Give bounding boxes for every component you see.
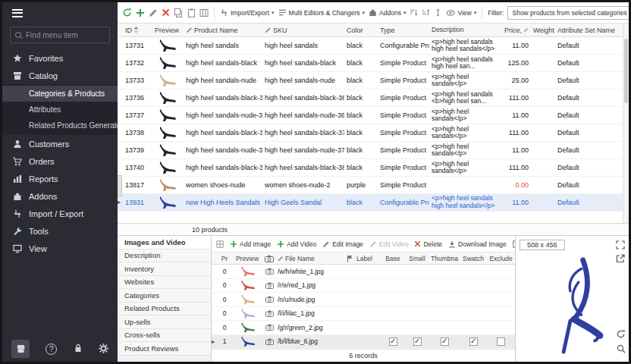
column-header-thumbnail[interactable]: Thumbna: [429, 255, 460, 262]
image-row[interactable]: 0/n/u/nude.jpg: [212, 293, 515, 307]
column-header-color[interactable]: Color: [344, 27, 378, 34]
column-header-priority[interactable]: Pr: [217, 255, 232, 262]
product-image[interactable]: [520, 253, 617, 356]
image-row[interactable]: 0/l/i/lilac_1.jpg: [212, 307, 515, 322]
image-row[interactable]: 0/r/e/red_1.jpg: [212, 279, 515, 293]
table-row[interactable]: 13817women shoes-nudewomen shoes-nude-2p…: [118, 177, 623, 194]
menu-search-input[interactable]: [26, 31, 102, 39]
id-cell: 13931: [123, 199, 150, 206]
add-product-button[interactable]: [136, 8, 145, 17]
column-header-swatch[interactable]: Swatch: [460, 255, 487, 262]
exclude-checkbox[interactable]: [497, 337, 505, 346]
lock-icon[interactable]: [74, 344, 83, 354]
add-video-button[interactable]: Add Video: [277, 240, 316, 248]
sort-descending-button[interactable]: [422, 8, 430, 17]
swatch-checkbox[interactable]: [469, 337, 478, 346]
sidebar-item-import-export[interactable]: Import / Export: [2, 205, 118, 222]
tab-up-sells[interactable]: Up-sells: [118, 315, 211, 329]
column-header-type[interactable]: Type: [378, 27, 429, 34]
column-header-price[interactable]: Price,: [502, 27, 531, 34]
refresh-button[interactable]: [122, 8, 132, 17]
sidebar-item-favorites[interactable]: Favorites: [2, 49, 118, 67]
expand-collapse-button[interactable]: [434, 8, 442, 17]
price-cell: 0.00: [502, 181, 531, 189]
table-row[interactable]: 13732high heel sandals-blackhigh heel sa…: [118, 55, 623, 72]
zoom-icon[interactable]: [617, 343, 626, 356]
tab-images-and-video[interactable]: Images and Video: [118, 236, 211, 249]
tab-related-products[interactable]: Related Products: [118, 303, 211, 316]
sidebar-item-attributes[interactable]: Attributes: [2, 102, 118, 118]
table-row[interactable]: 13733high heel sandals-nudehigh heel san…: [118, 72, 623, 89]
sidebar-item-catalog[interactable]: Catalog: [2, 67, 118, 84]
open-external-icon[interactable]: [616, 253, 625, 266]
multi-editors-menu[interactable]: Multi Editors & Changers▾: [278, 8, 366, 17]
edit-video-button[interactable]: Edit Video: [369, 240, 409, 248]
table-row[interactable]: 13739high heel sandals-nude-37high heel …: [118, 142, 623, 159]
sidebar-item-customers[interactable]: Customers: [2, 135, 118, 152]
tab-categories[interactable]: Categories: [118, 289, 211, 303]
column-header-description[interactable]: Description: [429, 27, 502, 34]
column-header-exclude[interactable]: Exclude: [487, 255, 515, 262]
menu-icon[interactable]: [12, 7, 23, 19]
description-cell: <p>high heel sandals</p>: [429, 74, 502, 88]
grid-view-icon[interactable]: [216, 240, 224, 248]
column-header-preview[interactable]: Preview: [150, 27, 184, 34]
sort-ascending-button[interactable]: [410, 8, 418, 17]
refresh-image-icon[interactable]: [616, 328, 626, 342]
delete-image-button[interactable]: Delete: [414, 240, 442, 248]
column-header-product-name[interactable]: Product Name: [184, 27, 262, 34]
sidebar-item-related-products-generator[interactable]: Related Products Generator: [2, 118, 118, 133]
column-header-id[interactable]: ID: [123, 27, 150, 34]
import-export-menu[interactable]: Import/Export▾: [220, 8, 275, 17]
tab-description[interactable]: Description: [118, 249, 211, 263]
image-row[interactable]: 0/w/h/white_1.jpg: [212, 265, 515, 279]
addons-menu[interactable]: Addons▾: [369, 8, 406, 17]
vertical-scrollbar[interactable]: [623, 24, 629, 223]
base-checkbox[interactable]: [389, 337, 397, 346]
tab-cross-sells[interactable]: Cross-sells: [118, 329, 211, 343]
fullscreen-icon[interactable]: [616, 239, 625, 253]
table-row[interactable]: 13740high heel sandals-black-38high heel…: [118, 159, 623, 177]
view-menu[interactable]: View▾: [446, 9, 476, 17]
table-row[interactable]: 13731high heel sandalshigh heel sandalsb…: [118, 37, 623, 55]
thumbnail-checkbox[interactable]: [441, 337, 449, 346]
scrollbar-thumb[interactable]: [624, 39, 628, 103]
sidebar-item-orders[interactable]: Orders: [2, 152, 118, 170]
column-header-attribute-set[interactable]: Attribute Set Name: [555, 27, 623, 34]
edit-button[interactable]: [149, 8, 158, 17]
edit-image-button[interactable]: Edit Image: [322, 240, 363, 248]
sidebar-collapse-handle[interactable]: [118, 175, 122, 196]
column-header-base[interactable]: Base: [381, 255, 405, 262]
settings-gear-icon[interactable]: [99, 344, 108, 355]
column-header-image-preview[interactable]: Preview: [232, 255, 262, 262]
sidebar-item-view[interactable]: View: [2, 240, 118, 257]
table-row-selected[interactable]: 13931new High Heels SandalsHigh Geels Sa…: [118, 194, 623, 212]
small-checkbox[interactable]: [413, 337, 422, 346]
sidebar-item-addons[interactable]: Addons: [2, 187, 118, 205]
sidebar-item-tools[interactable]: Tools: [2, 222, 118, 240]
paste-button[interactable]: [187, 8, 196, 17]
help-icon[interactable]: ?: [46, 344, 57, 355]
add-image-button[interactable]: Add Image: [230, 240, 271, 248]
copy-button[interactable]: [174, 8, 183, 17]
image-row[interactable]: 0/g/r/green_2.jpg: [212, 321, 515, 335]
store-icon[interactable]: [11, 340, 30, 358]
tab-websites[interactable]: Websites: [118, 276, 211, 290]
column-header-file-name[interactable]: File Name: [276, 255, 344, 262]
image-row-selected[interactable]: 1/b/l/blue_6.jpg: [212, 335, 515, 350]
tab-product-reviews[interactable]: Product Reviews: [118, 342, 211, 356]
sidebar-item-categories-products[interactable]: Categories & Products: [2, 86, 118, 102]
table-row[interactable]: 13736high heel sandals-black-36high heel…: [118, 89, 623, 107]
table-row[interactable]: 13738high heel sandals-black-37high heel…: [118, 124, 623, 142]
column-header-label[interactable]: Label: [355, 255, 381, 262]
column-header-small[interactable]: Small: [405, 255, 429, 262]
download-image-button[interactable]: Download Image: [448, 240, 507, 248]
column-header-weight[interactable]: Weight: [531, 27, 555, 34]
table-row[interactable]: 13737high heel sandals-nude-36high heel …: [118, 107, 623, 124]
column-header-sku[interactable]: SKU: [262, 27, 344, 34]
tab-inventory[interactable]: Inventory: [118, 262, 211, 276]
category-filter-select[interactable]: Show products from selected categories▾: [507, 6, 629, 20]
sidebar-item-reports[interactable]: Reports: [2, 170, 118, 187]
columns-button[interactable]: [199, 8, 209, 17]
delete-button[interactable]: [162, 8, 170, 17]
